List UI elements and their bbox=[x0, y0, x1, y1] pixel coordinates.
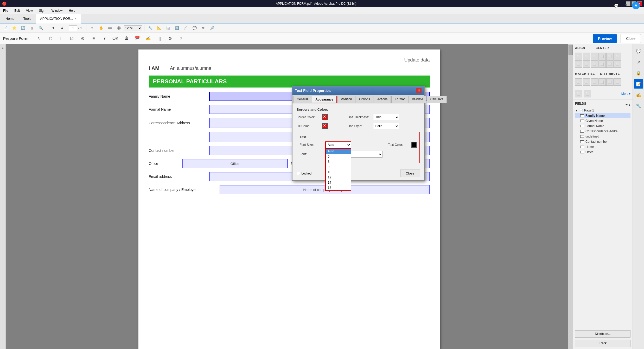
menu-edit[interactable]: Edit bbox=[13, 8, 21, 13]
add-radio-tool[interactable]: ⊙ bbox=[78, 34, 87, 43]
menu-window[interactable]: Window bbox=[50, 8, 64, 13]
font-size-option-18[interactable]: 18 bbox=[326, 185, 351, 190]
add-button-tool[interactable]: OK bbox=[111, 34, 120, 43]
font-size-option-14[interactable]: 14 bbox=[326, 180, 351, 185]
tools2-side-icon[interactable]: 🔧 bbox=[634, 101, 643, 110]
field-family-name[interactable]: Family Name bbox=[575, 113, 630, 118]
tab-format[interactable]: Format bbox=[391, 96, 408, 103]
menu-view[interactable]: View bbox=[25, 8, 34, 13]
tab-actions[interactable]: Actions bbox=[374, 96, 391, 103]
align6-btn[interactable]: ⬜ bbox=[614, 60, 621, 68]
font-size-option-12[interactable]: 12 bbox=[326, 175, 351, 180]
dist1-btn[interactable]: ⬜ bbox=[598, 78, 606, 86]
align5-btn[interactable]: ⬜ bbox=[606, 60, 614, 68]
extra1-btn[interactable]: ⬜ bbox=[575, 90, 582, 97]
tools4-icon[interactable]: 🔠 bbox=[173, 24, 181, 32]
tab-application-form[interactable]: APPLICATION FOR... ✕ bbox=[36, 14, 81, 23]
font-size-option-auto[interactable]: Auto bbox=[326, 149, 351, 154]
field-given-name[interactable]: Given Name bbox=[575, 119, 630, 123]
field-correspondence[interactable]: Correspondence Addre... bbox=[575, 129, 630, 134]
prev-page-icon[interactable]: ⬆ bbox=[49, 24, 57, 32]
sort-icon[interactable]: ↕ bbox=[629, 102, 630, 107]
track-button[interactable]: Track bbox=[575, 340, 630, 347]
add-text-tool[interactable]: T bbox=[56, 34, 66, 43]
help-tool[interactable]: ? bbox=[176, 34, 186, 43]
extra2-btn[interactable]: ⬜ bbox=[584, 90, 591, 97]
match1-btn[interactable]: ⬜ bbox=[575, 78, 582, 86]
add-barcode-tool[interactable]: ||| bbox=[155, 34, 164, 43]
distribute-button[interactable]: Distribute... bbox=[575, 330, 630, 338]
hand-tool-icon[interactable]: ✋ bbox=[97, 24, 105, 32]
vertical-scrollbar[interactable] bbox=[568, 44, 573, 349]
new-file-icon[interactable]: 📄 bbox=[2, 24, 9, 32]
locked-checkbox[interactable] bbox=[297, 172, 300, 175]
tools-tool[interactable]: ⚙ bbox=[165, 34, 175, 43]
match3-btn[interactable]: ⬜ bbox=[591, 78, 598, 86]
help-icon[interactable]: ? bbox=[622, 2, 630, 9]
tools6-icon[interactable]: 💬 bbox=[191, 24, 199, 32]
center-v-btn[interactable]: ⬜ bbox=[606, 53, 614, 60]
text-color-swatch[interactable] bbox=[411, 142, 417, 148]
align-center-h-btn[interactable]: ⬜ bbox=[583, 53, 590, 60]
font-size-option-10[interactable]: 10 bbox=[326, 170, 351, 175]
add-date-tool[interactable]: 📅 bbox=[133, 34, 142, 43]
tab-position[interactable]: Position bbox=[337, 96, 355, 103]
add-checkbox-tool[interactable]: ☑ bbox=[67, 34, 76, 43]
add-signature-tool[interactable]: ✍ bbox=[144, 34, 153, 43]
tools3-icon[interactable]: 📊 bbox=[164, 24, 172, 32]
close-dialog-button[interactable]: Close bbox=[400, 170, 420, 177]
tab-calculate[interactable]: Calculate bbox=[427, 96, 447, 103]
list-icon[interactable]: ≡ bbox=[626, 102, 628, 107]
border-color-swatch[interactable] bbox=[322, 114, 328, 120]
line-thickness-select[interactable]: Thin Medium Thick bbox=[373, 114, 399, 120]
next-page-icon[interactable]: ⬇ bbox=[58, 24, 66, 32]
scrollbar-thumb[interactable] bbox=[569, 45, 573, 55]
tools8-icon[interactable]: 🔎 bbox=[208, 24, 216, 32]
tab-tools[interactable]: Tools bbox=[19, 14, 36, 23]
tools5-icon[interactable]: 🖊 bbox=[182, 24, 190, 32]
field-home[interactable]: Home bbox=[575, 145, 630, 149]
font-size-option-8[interactable]: 8 bbox=[326, 159, 351, 164]
align-bottom-btn[interactable]: ⬜ bbox=[591, 60, 598, 68]
tab-options[interactable]: Options bbox=[356, 96, 373, 103]
add-list-tool[interactable]: ≡ bbox=[89, 34, 98, 43]
align-top-btn[interactable]: ⬜ bbox=[575, 60, 582, 68]
field-office[interactable]: Office bbox=[575, 150, 630, 154]
refresh-icon[interactable]: 🔄 bbox=[19, 24, 27, 32]
zoom-in-icon[interactable]: ➕ bbox=[115, 24, 123, 32]
dist3-btn[interactable]: ⬜ bbox=[614, 78, 621, 86]
user-avatar[interactable]: A bbox=[632, 2, 640, 9]
print-icon[interactable]: 🖨 bbox=[28, 24, 36, 32]
menu-file[interactable]: File bbox=[2, 8, 9, 13]
comment-icon[interactable]: 💬 bbox=[612, 2, 620, 9]
tab-close-icon[interactable]: ✕ bbox=[75, 17, 77, 20]
line-style-select[interactable]: Solid Dashed Beveled bbox=[373, 123, 399, 129]
align-middle-btn[interactable]: ⬜ bbox=[583, 60, 590, 68]
close-main-button[interactable]: Close bbox=[621, 34, 641, 43]
form-icon[interactable]: 📝 bbox=[634, 79, 643, 89]
add-text-field-tool[interactable]: Tt bbox=[45, 34, 55, 43]
zoom-fit-icon[interactable]: 🔍 bbox=[37, 24, 45, 32]
tools-icon[interactable]: 🔧 bbox=[146, 24, 154, 32]
center-hv-btn[interactable]: ⬜ bbox=[614, 53, 621, 60]
field-undefined[interactable]: undefined bbox=[575, 134, 630, 139]
center-h-btn[interactable]: ⬜ bbox=[598, 53, 606, 60]
align-right-btn[interactable]: ⬜ bbox=[591, 53, 598, 60]
more-button[interactable]: More ▾ bbox=[621, 92, 630, 96]
tab-home[interactable]: Home bbox=[1, 14, 19, 23]
tools7-icon[interactable]: ✏ bbox=[200, 24, 207, 32]
select-tool[interactable]: ↖ bbox=[34, 34, 44, 43]
comment-panel-icon[interactable]: 💬 bbox=[634, 46, 643, 56]
bookmark-icon[interactable]: ⭐ bbox=[10, 24, 18, 32]
tab-general[interactable]: General bbox=[294, 96, 311, 103]
menu-sign[interactable]: Sign bbox=[38, 8, 46, 13]
protect-icon[interactable]: 🔒 bbox=[634, 68, 643, 78]
align-left-btn[interactable]: ⬜ bbox=[575, 53, 582, 60]
page-number-input[interactable] bbox=[69, 25, 77, 31]
add-dropdown-tool[interactable]: ▾ bbox=[100, 34, 109, 43]
page-1-item[interactable]: ▼ 📄 Page 1 bbox=[575, 109, 630, 112]
select-tool-icon[interactable]: ↖ bbox=[88, 24, 96, 32]
dialog-close-button[interactable]: ✕ bbox=[416, 88, 422, 93]
tools2-icon[interactable]: 📐 bbox=[155, 24, 163, 32]
field-contact-number[interactable]: Contact number bbox=[575, 139, 630, 144]
